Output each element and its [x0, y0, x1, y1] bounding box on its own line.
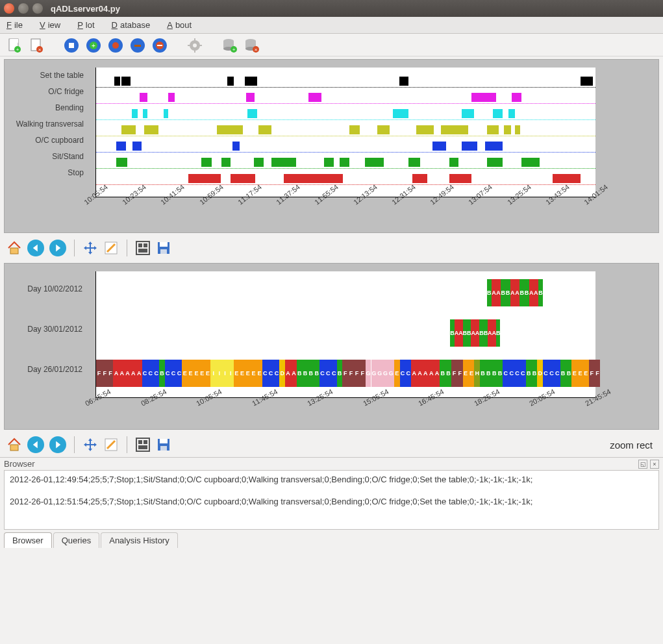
- day-segment: C: [268, 360, 274, 387]
- day-ylabels: Day 10/02/2012Day 30/01/2012Day 26/01/20…: [5, 269, 86, 390]
- day-segment: B: [440, 360, 445, 387]
- day-segment: E: [251, 360, 256, 387]
- layout-icon[interactable]: [135, 240, 151, 256]
- plot1-nav: [0, 236, 663, 260]
- svg-text:+: +: [92, 42, 95, 49]
- browser-output[interactable]: 2012-26-01,12:49:54;25;5;7;Stop;1;Sit/St…: [4, 470, 659, 530]
- event-bar: [441, 125, 468, 134]
- tab-queries[interactable]: Queries: [53, 532, 100, 548]
- day-segment: B: [505, 279, 510, 306]
- back-icon[interactable]: [27, 436, 44, 453]
- db-remove-icon[interactable]: ×: [244, 38, 260, 53]
- edit-icon[interactable]: [103, 240, 119, 256]
- remove-icon[interactable]: [130, 38, 145, 53]
- svg-rect-42: [160, 249, 167, 254]
- event-bar: [349, 125, 360, 134]
- menu-view[interactable]: View: [37, 18, 66, 32]
- window-title: qADLserver04.py: [51, 4, 120, 14]
- record-icon[interactable]: [108, 38, 123, 53]
- move-icon[interactable]: [82, 240, 98, 256]
- day-segment: A: [529, 279, 534, 306]
- save-icon[interactable]: [156, 437, 171, 452]
- day-segment: A: [125, 360, 131, 387]
- day-segment: E: [234, 360, 240, 387]
- tab-analysis[interactable]: Analysis History: [101, 532, 177, 548]
- day-segment: A: [131, 360, 136, 387]
- panel-undock-icon[interactable]: ◱: [638, 460, 647, 469]
- save-icon[interactable]: [156, 240, 171, 256]
- layout-icon[interactable]: [135, 437, 151, 452]
- event-bar: [168, 93, 175, 102]
- day-segment: E: [188, 360, 194, 387]
- event-bar: [188, 174, 221, 183]
- activity-plot-area[interactable]: [95, 68, 595, 197]
- close-icon[interactable]: [4, 3, 14, 14]
- svg-rect-48: [138, 445, 147, 449]
- day-segment: A: [291, 360, 297, 387]
- db-add-icon[interactable]: +: [222, 38, 238, 53]
- event-bar: [308, 93, 321, 102]
- day-segment: I: [228, 360, 234, 387]
- menu-plot[interactable]: Plot: [75, 18, 99, 32]
- day-segment: A: [417, 360, 423, 387]
- day-segment: F: [108, 360, 114, 387]
- event-bar: [512, 93, 521, 102]
- forward-icon[interactable]: [49, 436, 66, 453]
- maximize-icon[interactable]: [32, 3, 43, 14]
- svg-text:×: ×: [38, 47, 42, 53]
- day-segment: B: [526, 360, 532, 387]
- day-segment: A: [510, 279, 515, 306]
- day-segment: C: [262, 360, 268, 387]
- tab-browser[interactable]: Browser: [4, 532, 52, 548]
- event-bar: [221, 158, 231, 167]
- svg-rect-17: [157, 45, 162, 46]
- day-segment: A: [434, 360, 440, 387]
- home-icon[interactable]: [6, 437, 22, 452]
- browser-title: Browser: [4, 459, 35, 469]
- home-icon[interactable]: [6, 240, 22, 256]
- close-doc-icon[interactable]: ×: [29, 38, 44, 53]
- day-segment: F: [360, 360, 366, 387]
- day-xticks: 06:45:5408:25:5410:05:5411:45:5413:25:54…: [95, 398, 652, 427]
- panel-close-icon[interactable]: ×: [650, 460, 659, 469]
- delete-icon[interactable]: [152, 38, 168, 53]
- day-plot-area[interactable]: BAABBAABBAABBAABBAABBAABFFFAAAAACCCBCCCE…: [95, 271, 595, 398]
- menu-about[interactable]: About: [164, 18, 197, 32]
- event-bar: [449, 174, 471, 183]
- svg-rect-21: [194, 49, 195, 53]
- event-bar: [449, 158, 458, 167]
- day-segment: A: [423, 360, 429, 387]
- main-toolbar: + × + + ×: [0, 34, 663, 56]
- day-segment: B: [297, 360, 303, 387]
- event-bar: [116, 158, 127, 167]
- svg-rect-47: [144, 440, 147, 444]
- svg-rect-46: [138, 440, 142, 444]
- day-segment: H: [474, 360, 480, 387]
- minimize-icon[interactable]: [18, 3, 29, 14]
- day-segment: C: [274, 360, 280, 387]
- event-bar: [399, 77, 408, 86]
- event-bar: [116, 142, 126, 151]
- new-doc-icon[interactable]: +: [6, 38, 22, 53]
- day-segment: I: [222, 360, 228, 387]
- event-bar: [412, 174, 427, 183]
- menu-database[interactable]: Database: [109, 18, 156, 32]
- forward-icon[interactable]: [49, 240, 66, 256]
- day-segment: F: [96, 360, 102, 387]
- day-segment: E: [463, 360, 469, 387]
- stop-icon[interactable]: [64, 38, 79, 53]
- day-segment: B: [524, 279, 529, 306]
- back-icon[interactable]: [27, 240, 44, 256]
- day-segment: B: [314, 360, 319, 387]
- event-bar: [246, 93, 255, 102]
- svg-rect-43: [10, 445, 18, 451]
- gear-icon[interactable]: [187, 38, 203, 53]
- event-bar: [416, 125, 434, 134]
- move-icon[interactable]: [82, 437, 98, 452]
- event-bar: [247, 109, 257, 118]
- day-segment: B: [538, 279, 543, 306]
- menu-file[interactable]: File: [4, 18, 28, 32]
- edit-icon[interactable]: [103, 437, 119, 452]
- svg-rect-7: [69, 43, 74, 48]
- add-icon[interactable]: +: [86, 38, 101, 53]
